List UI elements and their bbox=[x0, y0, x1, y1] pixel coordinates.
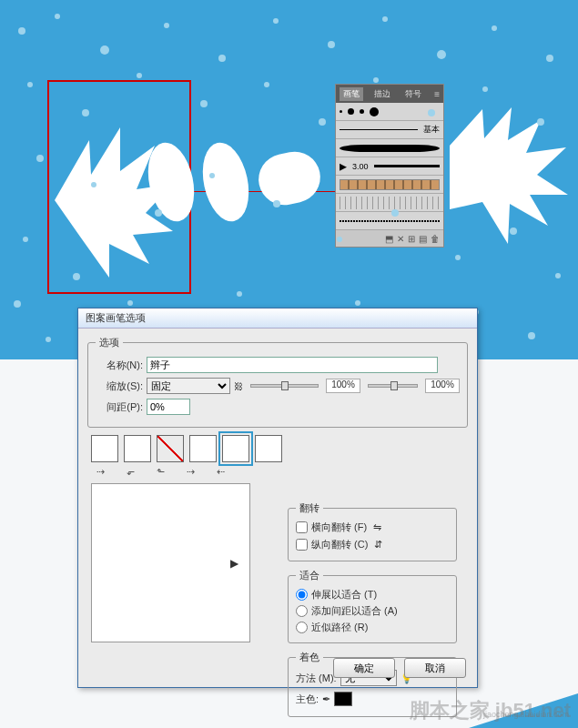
flip-h-icon: ⇋ bbox=[370, 521, 383, 533]
flip-group: 翻转 横向翻转 (F)⇋ 纵向翻转 (C)⇵ bbox=[288, 501, 457, 561]
brush-shape-end bbox=[450, 107, 568, 244]
snow-dot bbox=[273, 18, 279, 24]
brush-row-calli[interactable] bbox=[336, 139, 443, 157]
remove-stroke-icon[interactable]: ✕ bbox=[397, 234, 404, 244]
snow-dot bbox=[337, 237, 342, 242]
brush-row-rough[interactable] bbox=[336, 212, 443, 230]
color-legend: 着色 bbox=[296, 651, 323, 664]
tile-arrows: ⇢ ⬐ ⬑ ⇢ ⇠ bbox=[96, 466, 459, 478]
snow-dot bbox=[437, 50, 446, 59]
panel-menu-icon[interactable]: ≡ bbox=[434, 89, 440, 99]
tile-end[interactable] bbox=[255, 435, 282, 462]
watermark-sub: jiaocheng.sheidian.com bbox=[483, 710, 569, 719]
brush-row-hatch[interactable] bbox=[336, 194, 443, 212]
fit-stretch-radio[interactable] bbox=[296, 589, 308, 601]
tab-brush[interactable]: 画笔 bbox=[340, 87, 363, 101]
snow-dot bbox=[209, 173, 215, 178]
scale-value-1[interactable]: 100% bbox=[326, 379, 360, 393]
snow-dot bbox=[264, 82, 269, 87]
snow-dot bbox=[319, 118, 326, 126]
brush-shape-mid-2 bbox=[198, 136, 258, 228]
preview-box: ▶ bbox=[91, 483, 250, 642]
tile-start[interactable] bbox=[222, 435, 249, 462]
brush-row-pattern[interactable] bbox=[336, 176, 443, 194]
brush-shape-mid-1 bbox=[144, 136, 203, 228]
snow-dot bbox=[546, 55, 553, 62]
snow-dot bbox=[382, 16, 388, 22]
snow-dot bbox=[46, 337, 51, 342]
snow-dot bbox=[127, 300, 133, 306]
keycolor-swatch[interactable] bbox=[334, 692, 352, 706]
svg-marker-4 bbox=[450, 107, 568, 244]
tile-arrow-icon: ⬐ bbox=[127, 466, 135, 478]
snow-dot bbox=[155, 209, 162, 217]
snow-dot bbox=[355, 300, 360, 306]
fit-approx-radio[interactable] bbox=[296, 622, 308, 633]
flip-v-checkbox[interactable] bbox=[296, 539, 308, 551]
snow-dot bbox=[328, 41, 335, 48]
tile-outer-corner[interactable] bbox=[124, 435, 151, 462]
snow-dot bbox=[455, 255, 461, 260]
snow-dot bbox=[100, 46, 109, 55]
tile-inner-corner[interactable] bbox=[189, 435, 217, 462]
method-label: 方法 (M): bbox=[296, 672, 337, 685]
svg-rect-3 bbox=[254, 147, 325, 210]
spacing-label: 间距(P): bbox=[96, 400, 143, 414]
svg-point-1 bbox=[144, 138, 201, 226]
snow-dot bbox=[528, 332, 535, 339]
flip-h-checkbox[interactable] bbox=[296, 521, 308, 533]
scale-value-2[interactable]: 100% bbox=[425, 379, 460, 393]
scale-slider-1[interactable] bbox=[250, 384, 319, 388]
snow-dot bbox=[537, 118, 544, 126]
panel-footer: ⬒ ✕ ⊞ ▤ 🗑 bbox=[336, 230, 443, 247]
snow-dot bbox=[482, 86, 488, 92]
options-icon[interactable]: ⊞ bbox=[408, 234, 415, 244]
snow-dot bbox=[23, 237, 28, 242]
snow-dot bbox=[14, 300, 21, 308]
panel-tabs: 画笔 描边 符号 ≡ bbox=[336, 85, 443, 103]
snow-dot bbox=[510, 228, 517, 235]
libraries-icon[interactable]: ⬒ bbox=[385, 234, 393, 244]
delete-icon[interactable]: 🗑 bbox=[431, 234, 440, 244]
tile-arrow-icon: ⇠ bbox=[217, 466, 225, 478]
fit-group: 适合 伸展以适合 (T) 添加间距以适合 (A) 近似路径 (R) bbox=[288, 569, 457, 643]
cancel-button[interactable]: 取消 bbox=[404, 658, 466, 678]
snow-dot bbox=[373, 77, 379, 83]
snow-dot bbox=[27, 82, 33, 87]
snow-dot bbox=[91, 182, 96, 187]
fit-legend: 适合 bbox=[296, 569, 323, 582]
fit-space-radio[interactable] bbox=[296, 605, 308, 617]
dialog-title-text: 图案画笔选项 bbox=[86, 311, 146, 325]
name-input[interactable] bbox=[147, 357, 438, 373]
scale-slider-2[interactable] bbox=[368, 384, 418, 388]
tab-symbol[interactable]: 符号 bbox=[401, 87, 425, 101]
eyedropper-icon[interactable]: ✒ bbox=[322, 693, 330, 705]
snow-dot bbox=[164, 23, 169, 28]
snow-dot bbox=[428, 109, 435, 116]
tile-selector bbox=[91, 435, 464, 462]
brush-row-basic[interactable]: 基本 bbox=[336, 121, 443, 139]
name-label: 名称(N): bbox=[96, 359, 143, 372]
tile-arrow-icon: ⬑ bbox=[157, 466, 165, 478]
snow-dot bbox=[55, 14, 60, 19]
snow-dot bbox=[237, 291, 242, 297]
snow-dot bbox=[82, 109, 89, 116]
brushes-panel[interactable]: 画笔 描边 符号 ≡ 基本 ▸ 3.00 ⬒ ✕ ⊞ ▤ bbox=[335, 84, 444, 248]
dialog-titlebar[interactable]: 图案画笔选项 bbox=[78, 308, 477, 329]
tile-arrow-icon: ⇢ bbox=[187, 466, 195, 478]
scale-mode-select[interactable]: 固定 bbox=[147, 378, 230, 394]
link-icon[interactable]: ⛓ bbox=[234, 381, 243, 391]
snow-dot bbox=[492, 25, 497, 31]
pattern-brush-options-dialog: 图案画笔选项 选项 名称(N): 缩放(S): 固定 ⛓ 100% 100% 间… bbox=[77, 308, 478, 688]
tab-stroke[interactable]: 描边 bbox=[370, 87, 394, 101]
tile-side[interactable] bbox=[91, 435, 118, 462]
brush-row-size[interactable]: ▸ 3.00 bbox=[336, 157, 443, 176]
tile-none[interactable] bbox=[157, 435, 184, 462]
snow-dot bbox=[36, 155, 44, 162]
brush-shape-mid-3 bbox=[253, 136, 326, 228]
new-brush-icon[interactable]: ▤ bbox=[419, 234, 427, 244]
spacing-input[interactable] bbox=[147, 399, 190, 415]
tile-arrow-icon: ⇢ bbox=[96, 466, 105, 478]
ok-button[interactable]: 确定 bbox=[333, 658, 395, 678]
snow-dot bbox=[137, 73, 142, 78]
